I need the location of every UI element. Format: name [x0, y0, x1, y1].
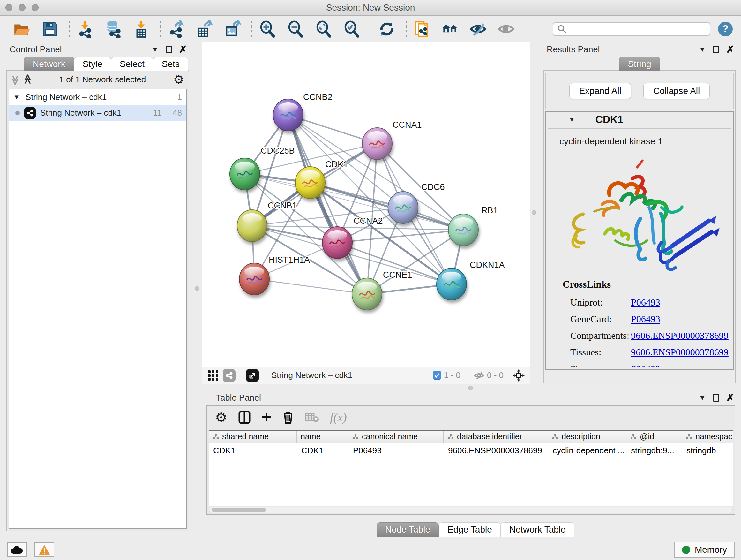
crosslink-link[interactable]: P06493 [631, 297, 660, 308]
gene-section-header[interactable]: ▼ CDK1 [546, 112, 733, 127]
column-header-namespac[interactable]: namespac [682, 431, 733, 442]
close-panel-icon[interactable]: ✗ [179, 45, 187, 54]
tree-expand-icon[interactable]: ▼ [13, 94, 20, 101]
left-splitter-handle[interactable] [195, 286, 199, 291]
eye-icon [497, 20, 515, 38]
selected-indicator-checkbox[interactable] [433, 371, 441, 380]
tab-string[interactable]: String [619, 57, 660, 71]
collapse-all-button[interactable]: Collapse All [643, 83, 710, 99]
edge-HIST1H1A-CCNE1[interactable] [254, 279, 367, 294]
panel-menu-icon[interactable]: ▼ [699, 45, 706, 54]
collapse-section-icon[interactable]: ▼ [569, 116, 575, 123]
external-arrow-icon [249, 372, 256, 379]
float-panel-icon[interactable] [713, 46, 719, 53]
crosslink-link[interactable]: 9606.ENSP00000378699 [631, 347, 729, 358]
birds-eye-view-icon[interactable] [207, 370, 219, 381]
column-header-database-identifier[interactable]: database identifier [444, 431, 548, 442]
column-header-description[interactable]: description [548, 431, 626, 442]
bottom-splitter-handle[interactable] [468, 386, 473, 390]
network-canvas[interactable]: CCNB2CCNA1CDC25BCDK1CDC6RB1CCNB1CCNA2CDK… [202, 43, 530, 367]
save-session-button[interactable] [40, 19, 59, 39]
toolbar-separator [371, 20, 372, 38]
close-panel-icon[interactable]: ✗ [726, 393, 734, 402]
network-overview-toggle[interactable] [223, 369, 235, 382]
node-table[interactable]: shared namenamecanonical namedatabase id… [209, 430, 733, 506]
cloud-icon [10, 545, 23, 554]
refresh-view-button[interactable] [377, 19, 396, 39]
fit-content-button[interactable] [314, 19, 333, 39]
column-header-name[interactable]: name [297, 431, 348, 442]
node-CDC25B[interactable] [230, 158, 260, 190]
add-column-icon[interactable]: + [262, 411, 271, 424]
zoom-selected-button[interactable] [342, 19, 361, 39]
clone-network-button[interactable] [412, 19, 431, 39]
control-panel-tabs: NetworkStyleSelectSets [24, 57, 190, 71]
node-CCNA1[interactable] [362, 128, 392, 160]
gear-icon[interactable]: ⚙ [173, 72, 184, 86]
horizontal-scrollbar[interactable] [209, 507, 733, 513]
panel-menu-icon[interactable]: ▼ [699, 394, 706, 402]
tab-sets[interactable]: Sets [153, 57, 188, 71]
node-CDK1[interactable] [295, 167, 325, 199]
panel-menu-icon[interactable]: ▼ [151, 45, 158, 54]
node-RB1[interactable] [448, 214, 478, 246]
import-network-icon [76, 20, 94, 38]
table-row[interactable]: CDK1CDK1P064939606.ENSP00000378699cyclin… [209, 443, 733, 458]
import-table-from-file-button[interactable] [131, 19, 151, 39]
tab-network-table[interactable]: Network Table [501, 522, 575, 537]
warnings-button[interactable] [35, 543, 54, 557]
scrollbar-thumb[interactable] [212, 508, 266, 512]
crosslink-link[interactable]: P06493 [631, 314, 660, 324]
open-session-button[interactable] [12, 19, 31, 39]
network-collection-row[interactable]: ▼ String Network – cdk1 1 [9, 89, 186, 105]
delete-column-icon[interactable] [282, 410, 294, 424]
node-CDC6[interactable] [388, 192, 418, 224]
help-button[interactable]: ? [718, 22, 733, 37]
tab-node-table[interactable]: Node Table [377, 522, 439, 537]
show-columns-icon[interactable] [238, 410, 251, 424]
export-image-button[interactable] [223, 19, 242, 39]
node-CCNA2[interactable] [322, 227, 352, 259]
expand-all-icon[interactable]: ≫ [22, 75, 33, 84]
cloud-button[interactable] [7, 543, 27, 557]
float-panel-icon[interactable] [165, 46, 172, 53]
network-view[interactable]: CCNB2CCNA1CDC25BCDK1CDC6RB1CCNB1CCNA2CDK… [202, 43, 530, 384]
table-settings-icon[interactable]: ⚙ [215, 410, 227, 425]
detach-view-button[interactable] [246, 369, 259, 382]
import-network-from-database-button[interactable] [104, 19, 123, 39]
first-neighbors-button[interactable] [441, 19, 460, 39]
crosslink-link[interactable]: 9606.ENSP00000378699 [631, 330, 729, 341]
node-CCNB1[interactable] [237, 210, 267, 242]
tab-select[interactable]: Select [111, 57, 153, 71]
tab-style[interactable]: Style [74, 57, 111, 71]
memory-button[interactable]: Memory [674, 542, 735, 558]
right-splitter-handle[interactable] [532, 210, 536, 214]
hidden-eye-slash-icon [474, 371, 484, 380]
search-input[interactable] [567, 24, 710, 34]
zoom-in-button[interactable] [258, 19, 277, 39]
show-all-button[interactable] [496, 19, 516, 39]
column-header-shared-name[interactable]: shared name [209, 431, 297, 442]
column-header--id[interactable]: @id [626, 431, 682, 442]
gene-description: cyclin-dependent kinase 1 [559, 136, 731, 146]
export-table-button[interactable] [195, 19, 214, 39]
column-header-canonical-name[interactable]: canonical name [348, 431, 444, 442]
pan-crosshair-icon[interactable] [512, 369, 525, 382]
import-network-from-file-button[interactable] [75, 19, 94, 39]
edge-CCNB2-CCNE1[interactable] [288, 115, 367, 294]
collapse-all-icon[interactable]: ≫ [10, 75, 21, 84]
node-HIST1H1A[interactable] [239, 263, 269, 295]
float-panel-icon[interactable] [713, 394, 719, 401]
crosslink-link[interactable]: P06493 [631, 363, 660, 367]
network-row[interactable]: String Network – cdk1 11 48 [9, 105, 186, 121]
node-CCNB2[interactable] [273, 99, 303, 131]
tab-edge-table[interactable]: Edge Table [439, 522, 501, 537]
expand-all-button[interactable]: Expand All [569, 83, 631, 99]
node-CDKN1A[interactable] [436, 268, 467, 300]
close-panel-icon[interactable]: ✗ [726, 45, 734, 54]
zoom-out-button[interactable] [286, 19, 305, 39]
hide-selected-button[interactable] [468, 19, 488, 39]
node-CCNE1[interactable] [352, 278, 382, 310]
export-network-button[interactable] [166, 19, 186, 39]
tab-network[interactable]: Network [24, 57, 74, 71]
